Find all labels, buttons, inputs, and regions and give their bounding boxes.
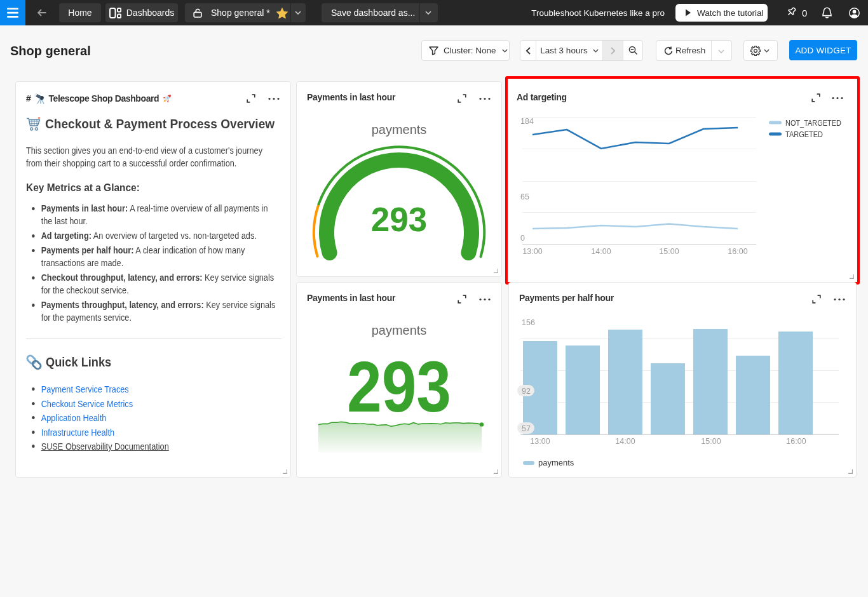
- svg-text:16:00: 16:00: [728, 247, 747, 256]
- svg-text:293: 293: [347, 347, 451, 427]
- svg-text:16:00: 16:00: [786, 437, 806, 446]
- svg-text:payments: payments: [372, 123, 427, 137]
- svg-text:15:00: 15:00: [701, 437, 721, 446]
- svg-text:TARGETED: TARGETED: [785, 130, 823, 139]
- svg-text:14:00: 14:00: [615, 437, 635, 446]
- svg-text:293: 293: [371, 201, 427, 238]
- svg-text:184: 184: [520, 117, 534, 126]
- svg-text:14:00: 14:00: [591, 247, 611, 256]
- svg-text:payments: payments: [538, 458, 574, 467]
- svg-text:65: 65: [520, 192, 529, 201]
- svg-text:0: 0: [520, 234, 525, 243]
- svg-text:13:00: 13:00: [522, 247, 542, 256]
- svg-text:92: 92: [522, 387, 531, 396]
- svg-text:13:00: 13:00: [530, 437, 550, 446]
- svg-text:156: 156: [522, 318, 535, 327]
- svg-text:15:00: 15:00: [659, 247, 679, 256]
- svg-text:NOT_TARGETED: NOT_TARGETED: [785, 118, 841, 128]
- svg-text:57: 57: [522, 424, 531, 433]
- svg-text:payments: payments: [372, 323, 427, 337]
